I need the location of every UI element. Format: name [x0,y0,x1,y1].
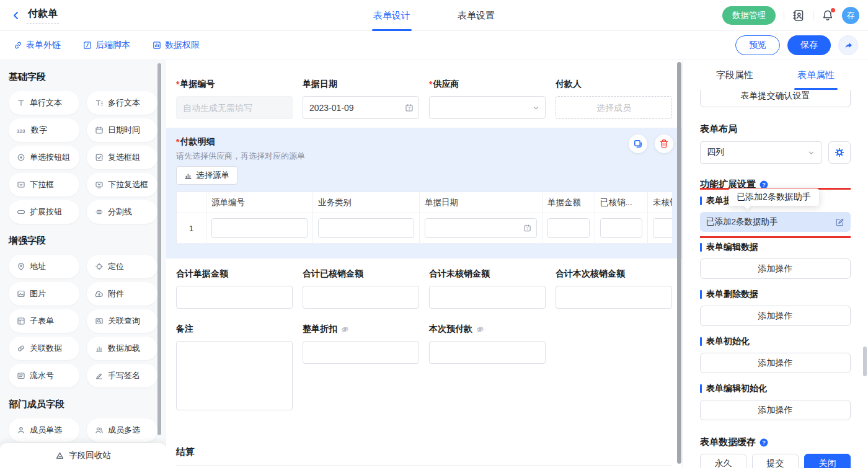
tab-form-properties[interactable]: 表单属性 [795,60,836,90]
field-pill-data-load[interactable]: 数据加载 [87,337,157,360]
field-pill-checkbox-group[interactable]: 复选框组 [87,146,157,169]
field-remark[interactable]: 备注 [176,324,293,413]
address-book-icon[interactable] [792,9,805,22]
cache-option-close[interactable]: 关闭 [804,454,851,468]
data-permission-link[interactable]: 数据权限 [153,40,200,51]
required-mark: * [429,79,432,89]
chevron-down-icon [807,149,815,157]
field-pill-image[interactable]: 图片 [9,282,79,306]
field-recycle-bin[interactable]: 字段回收站 [0,443,166,468]
bar-chart-icon [95,344,104,353]
help-icon[interactable]: ? [760,180,768,189]
field-doc-date[interactable]: 单据日期 7 [303,79,419,119]
field-pill-number[interactable]: 123数字 [9,118,79,142]
add-action-button[interactable]: 添加操作 [700,258,851,279]
field-pill-divider[interactable]: 分割线 [87,200,157,224]
tab-form-settings[interactable]: 表单设置 [456,0,496,31]
field-whole-discount[interactable]: 整单折扣 [303,324,419,413]
data-manage-button[interactable]: 数据管理 [722,6,776,25]
doc-amount-input[interactable] [547,218,590,238]
add-action-button[interactable]: 添加操作 [700,353,851,373]
data-assistant-item[interactable]: 已添加2条数据助手 [700,212,851,232]
share-button[interactable] [838,35,858,55]
field-total-not-written-off[interactable]: 合计未核销金额 [429,268,546,309]
field-pill-location[interactable]: 定位 [87,255,157,278]
payer-member-input[interactable] [556,96,672,119]
data-assistant-item-label: 已添加2条数据助手 [706,216,778,227]
avatar[interactable]: 存 [842,7,859,24]
panel-body: 表单提交确认设置 表单布局 四列 功能扩展设置 ? 表单提交数据 已添加2条数据… [700,90,851,468]
field-pill-linked-data[interactable]: 关联数据 [9,337,79,360]
field-prepayment[interactable]: 本次预付款 [429,324,546,413]
canvas-scrollbar[interactable] [677,62,681,464]
field-pill-radio-group[interactable]: 单选按钮组 [9,146,79,169]
section-title: 表单编辑初始化 [700,383,851,394]
field-pill-multi-select[interactable]: 下拉复选框 [87,173,157,196]
panel-scrollbar[interactable] [863,347,867,376]
field-pill-attachment[interactable]: 附件 [87,282,157,306]
total-current-write-off-input[interactable] [556,286,672,309]
source-no-input[interactable] [211,218,308,238]
tab-form-design[interactable]: 表单设计 [372,0,412,31]
sidebar-scrollbar[interactable] [157,63,161,435]
field-total-doc-amount[interactable]: 合计单据金额 [176,268,293,309]
notification-bell-icon[interactable] [822,9,834,22]
submit-confirm-settings-button[interactable]: 表单提交确认设置 [700,90,851,107]
business-type-input[interactable] [318,218,414,238]
help-icon[interactable]: ? [760,438,768,447]
not-written-off-input[interactable] [653,218,672,238]
field-pill-lookup[interactable]: 关联查询 [87,309,157,333]
field-pill-single-text[interactable]: 单行文本 [9,91,79,115]
field-payer[interactable]: 付款人 [556,79,672,119]
form-external-link[interactable]: 表单外链 [14,40,61,51]
field-total-written-off[interactable]: 合计已核销金额 [303,268,419,309]
doc-date-input[interactable] [303,96,419,119]
prepayment-input[interactable] [429,341,546,364]
select-source-button[interactable]: 选择源单 [176,166,237,185]
field-pill-address[interactable]: 地址 [9,255,79,278]
cache-option-submit[interactable]: 提交 [752,454,799,468]
field-pill-extend-button[interactable]: 扩展按钮 [9,200,79,224]
layout-settings-button[interactable] [828,141,851,164]
gear-icon [835,148,844,157]
field-pill-select[interactable]: 下拉框 [9,173,79,196]
remark-textarea[interactable] [176,341,293,410]
field-pill-serial-number[interactable]: 流水号 [9,364,79,387]
total-written-off-input[interactable] [303,286,419,309]
row-date-input[interactable] [425,218,537,238]
edit-icon[interactable] [835,218,844,227]
settlement-divider [176,466,672,466]
field-pill-member-multi[interactable]: 成员多选 [87,418,157,442]
back-icon[interactable] [11,11,21,20]
field-pill-multi-text[interactable]: 多行文本 [87,91,157,115]
field-pill-member-single[interactable]: 成员单选 [9,418,79,442]
field-label: 合计未核销金额 [429,268,490,280]
field-pill-subform[interactable]: 子表单 [9,309,79,333]
add-action-button[interactable]: 添加操作 [700,306,851,326]
canvas-row-3: 备注 整单折扣 本次预付款 [176,324,672,413]
supplier-select[interactable] [429,96,546,119]
settlement-section[interactable]: 结算 [176,446,672,466]
field-doc-number[interactable]: *单据编号 [176,79,293,119]
layout-select[interactable]: 四列 [700,141,822,164]
cache-option-permanent[interactable]: 永久 [700,454,746,468]
field-pill-signature[interactable]: 手写签名 [87,364,157,387]
preview-button[interactable]: 预览 [735,35,780,55]
page-title[interactable]: 付款单 [27,7,59,24]
whole-discount-input[interactable] [303,341,419,364]
tab-field-properties[interactable]: 字段属性 [714,60,755,90]
field-supplier[interactable]: *供应商 [429,79,546,119]
field-total-current-write-off[interactable]: 合计本次核销金额 [556,268,672,309]
save-button[interactable]: 保存 [787,35,831,55]
backend-script-link[interactable]: 后端脚本 [83,40,130,51]
total-not-written-off-input[interactable] [429,286,546,309]
add-action-button[interactable]: 添加操作 [700,400,851,420]
copy-button[interactable] [629,135,647,153]
total-doc-amount-input[interactable] [176,286,293,309]
payment-detail-section[interactable]: *付款明细 请先选择供应商，再选择对应的源单 选择源单 源单编号 业务类别 单据… [166,128,682,258]
field-label: 付款人 [556,79,582,90]
delete-button[interactable] [655,135,673,153]
doc-number-input[interactable] [176,96,293,119]
written-off-input[interactable] [600,218,642,238]
field-pill-datetime[interactable]: 日期时间 [87,118,157,142]
